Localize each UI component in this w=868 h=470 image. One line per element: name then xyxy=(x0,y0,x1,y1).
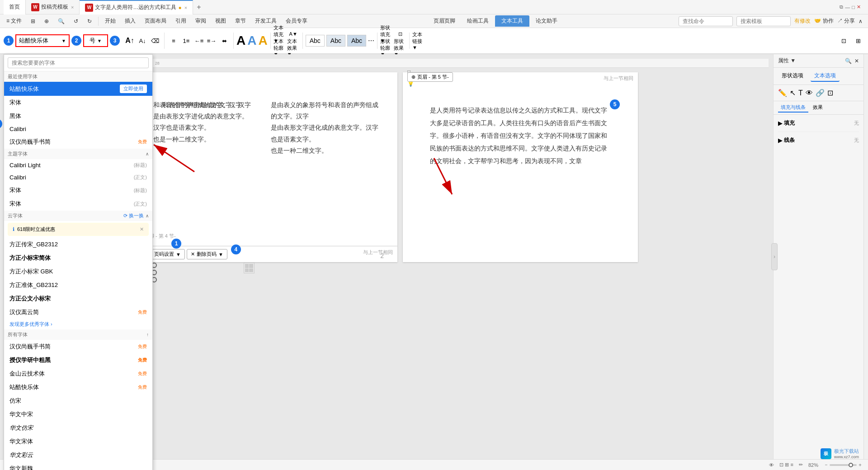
scrollbar[interactable] xyxy=(863,54,868,459)
share-action[interactable]: ↗ 分享 xyxy=(837,17,855,25)
tab-drawing-tools[interactable]: 绘画工具 xyxy=(462,15,494,27)
restore-icon[interactable]: ⧉ xyxy=(840,4,843,10)
page5-header-btn[interactable]: ⊕ 页眉 - 第 5 节- xyxy=(407,72,453,82)
increase-font-btn[interactable]: A↑ xyxy=(123,34,136,47)
panel-search-icon[interactable]: 🔍 xyxy=(845,58,852,64)
indent-increase-btn[interactable]: ≡→ xyxy=(205,34,218,47)
font-large-blue-btn[interactable]: A xyxy=(247,34,256,47)
font-item-fangzheng-xiaobiao1[interactable]: 方正小标宋简体 xyxy=(4,251,152,265)
font-large-black-btn[interactable]: A xyxy=(236,34,245,47)
font-item-all-huawen-zhongsong[interactable]: 华文中宋 xyxy=(4,408,152,421)
font-item-fangzheng-xiaobiao2[interactable]: 方正小标宋 GBK xyxy=(4,265,152,278)
menu-file[interactable]: ≡ 文件 xyxy=(2,15,26,27)
abc-btn-3[interactable]: Abc xyxy=(347,35,366,47)
font-item-heiti[interactable]: 黑体 xyxy=(4,109,152,123)
tab-paper-assistant[interactable]: 论文助手 xyxy=(530,15,563,27)
font-badge-all-3[interactable]: 免费 xyxy=(138,371,147,377)
font-item-all-fangsong[interactable]: 仿宋 xyxy=(4,394,152,408)
cloud-collapse[interactable]: ∧ xyxy=(146,213,149,218)
shape-effect-btn[interactable]: 形状效果▼ xyxy=(394,41,406,54)
line-header[interactable]: ▶ 线条 无 xyxy=(778,135,859,146)
add-tab-button[interactable]: + xyxy=(193,3,204,11)
indent-decrease-btn[interactable]: ←≡ xyxy=(193,34,205,47)
font-size-selector[interactable]: 号 ▼ xyxy=(83,34,108,47)
status-layout-icons[interactable]: ⊡ ⊞ ≡ xyxy=(779,462,793,468)
font-badge-all-2[interactable]: 免费 xyxy=(138,357,147,363)
tab-header-footer[interactable]: 页眉页脚 xyxy=(428,15,461,27)
tab-close-1[interactable]: × xyxy=(71,5,74,10)
abc-more-btn[interactable]: ⋯ xyxy=(368,37,374,44)
tab-text-tools[interactable]: 文本工具 xyxy=(495,15,529,27)
menu-undo[interactable]: ↺ xyxy=(69,16,83,26)
promo-close-btn[interactable]: ✕ xyxy=(140,226,144,232)
menu-add[interactable]: ⊕ xyxy=(40,16,53,26)
minimize-icon[interactable]: — xyxy=(845,5,850,10)
font-badge-all-4[interactable]: 免费 xyxy=(138,384,147,390)
font-item-calibri[interactable]: Calibri xyxy=(4,123,152,135)
font-item-zhankuqule[interactable]: 站酷快乐体 立即使用 xyxy=(4,82,152,96)
font-item-songti[interactable]: 宋体 xyxy=(4,96,152,109)
collapse-action[interactable]: ∧ xyxy=(859,18,863,24)
zoom-minus[interactable]: － xyxy=(824,461,829,468)
font-item-songti-h[interactable]: 宋体 (标题) xyxy=(4,183,152,197)
abc-btn-2[interactable]: Abc xyxy=(326,35,345,47)
search-command-input[interactable] xyxy=(679,16,733,26)
unordered-list-btn[interactable]: ≡ xyxy=(167,34,180,47)
modify-action[interactable]: 有修改 xyxy=(794,17,811,25)
use-now-btn[interactable]: 立即使用 xyxy=(120,85,147,93)
zoom-thumb[interactable] xyxy=(849,463,853,467)
tab-main-doc[interactable]: W 文字是人类用符…远的方式和工具 ● × xyxy=(80,0,193,14)
menu-insert[interactable]: 插入 xyxy=(120,15,140,27)
status-edit-icon[interactable]: ✏ xyxy=(799,462,803,468)
close-icon[interactable]: ✕ xyxy=(857,4,861,10)
panel-tab-shape[interactable]: 形状选项 xyxy=(778,70,807,82)
panel-edge-handle[interactable]: › xyxy=(771,243,778,270)
tab-close-2[interactable]: × xyxy=(184,5,187,10)
menu-grid[interactable]: ⊞ xyxy=(26,16,40,26)
panel-frame-icon[interactable]: ⊡ xyxy=(827,89,833,97)
tab-home[interactable]: 首页 xyxy=(4,0,26,14)
collab-action[interactable]: 🤝 协作 xyxy=(814,17,833,25)
panel-subtab-effect[interactable]: 效果 xyxy=(810,103,826,113)
font-item-fangzheng-gongwen[interactable]: 方正公文小标宋 xyxy=(4,292,152,306)
search-template-input[interactable] xyxy=(736,16,791,26)
cloud-refresh[interactable]: ⟳ 换一换 xyxy=(123,212,144,219)
discover-more-link[interactable]: 发现更多优秀字体 › xyxy=(4,319,152,329)
clear-format-btn[interactable]: ⌫ xyxy=(149,34,161,47)
menu-ref[interactable]: 引用 xyxy=(171,15,191,27)
delete-page-code-btn[interactable]: ✕ 删除页码 ▼ xyxy=(187,249,227,259)
zoom-slider[interactable]: － ＋ xyxy=(824,461,863,468)
ordered-list-btn[interactable]: 1≡ xyxy=(180,34,193,47)
menu-review[interactable]: 审阅 xyxy=(191,15,211,27)
decrease-font-btn[interactable]: A↓ xyxy=(136,34,149,47)
font-search-input[interactable] xyxy=(8,57,149,68)
menu-redo[interactable]: ↻ xyxy=(83,16,96,26)
toolbar-rt-1[interactable]: ⊡ xyxy=(837,34,850,47)
panel-text-icon[interactable]: T xyxy=(798,89,803,97)
font-badge-all-1[interactable]: 免费 xyxy=(138,343,147,350)
menu-start[interactable]: 开始 xyxy=(100,15,120,27)
tab-template[interactable]: W 投稿壳模板 × xyxy=(26,0,80,14)
align-left-btn[interactable]: ⬌ xyxy=(218,34,231,47)
fill-header[interactable]: ▶ 填充 无 xyxy=(778,118,859,129)
font-item-all-jinshan[interactable]: 金山云技术体 免费 xyxy=(4,367,152,381)
text-outline2-btn[interactable]: 文本轮廓▼ xyxy=(274,41,286,54)
panel-close-icon[interactable]: ✕ xyxy=(854,58,859,64)
zoom-track[interactable] xyxy=(830,464,857,466)
font-item-all-huawen-xinwei[interactable]: 华文新魏 xyxy=(4,462,152,470)
abc-btn-1[interactable]: Abc xyxy=(306,35,325,47)
theme-fonts-collapse[interactable]: ∧ xyxy=(146,151,149,156)
font-name-selector[interactable]: 站酷快乐体 ▼ xyxy=(15,34,70,47)
font-item-all-shouyi[interactable]: 授仪学研中粗黑 免费 xyxy=(4,353,152,367)
menu-layout[interactable]: 页面布局 xyxy=(140,15,171,27)
font-item-fangzheng-chuansong[interactable]: 方正传宋_GB2312 xyxy=(4,238,152,251)
font-large-orange-btn[interactable]: A xyxy=(258,34,267,47)
font-item-calibri-light[interactable]: Calibri Light (标题) xyxy=(4,159,152,171)
zoom-plus[interactable]: ＋ xyxy=(858,461,863,468)
font-item-all-hanyi[interactable]: 汉仪尚巍手书简 免费 xyxy=(4,340,152,353)
page-num-grid-btn[interactable] xyxy=(244,263,255,273)
text-path-btn[interactable]: 文本链接▼ xyxy=(412,34,425,47)
text-effect-btn[interactable]: 文本效果▼ xyxy=(287,41,300,54)
font-badge-free-1[interactable]: 免费 xyxy=(138,139,147,145)
font-item-songti-b[interactable]: 宋体 (正文) xyxy=(4,197,152,211)
